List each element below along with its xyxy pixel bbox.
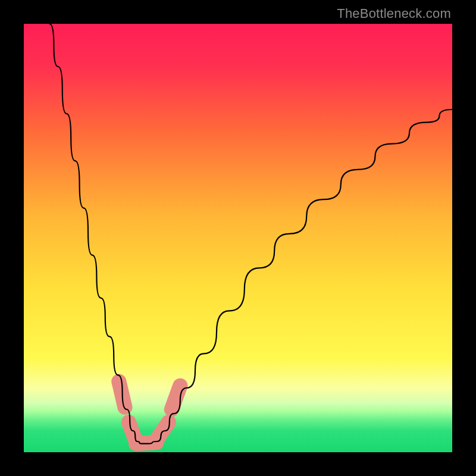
chart-frame: TheBottleneck.com xyxy=(0,0,476,476)
bottleneck-curve xyxy=(49,24,452,444)
highlight-segment xyxy=(171,386,180,409)
plot-area xyxy=(24,24,452,452)
watermark-text: TheBottleneck.com xyxy=(337,6,451,21)
curve-layer xyxy=(24,24,452,452)
highlight-segments xyxy=(119,381,180,443)
